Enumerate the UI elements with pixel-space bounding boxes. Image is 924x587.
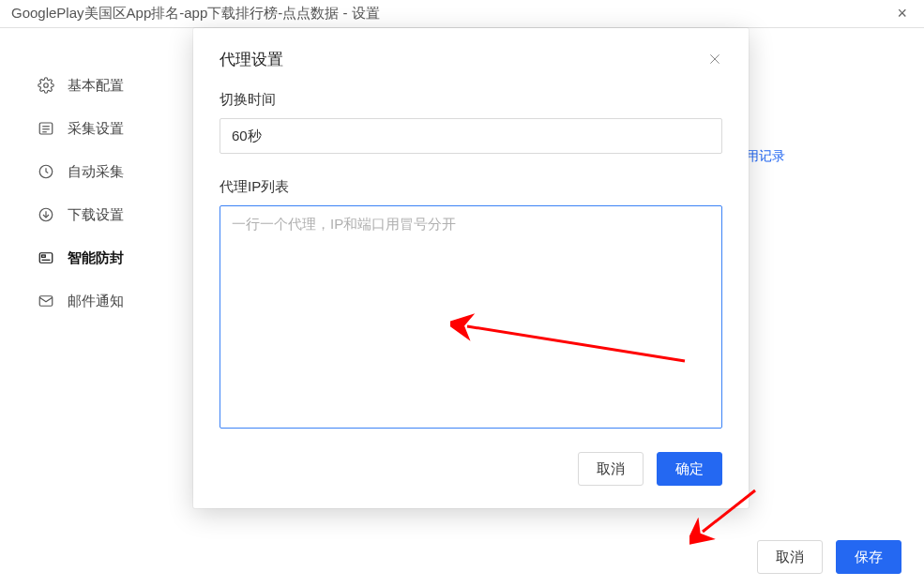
settings-sidebar: 基本配置 采集设置 自动采集 下载设置 智能防封	[0, 28, 183, 587]
page-cancel-button[interactable]: 取消	[757, 540, 823, 574]
gear-icon	[38, 77, 54, 94]
sidebar-item-label: 基本配置	[68, 77, 124, 95]
window-titlebar: GooglePlay美国区App排名-app下载排行榜-点点数据 - 设置 ×	[0, 0, 924, 28]
mail-icon	[38, 293, 54, 309]
sidebar-item-label: 自动采集	[68, 163, 124, 181]
switch-time-label: 切换时间	[220, 91, 722, 109]
page-save-button[interactable]: 保存	[836, 540, 901, 574]
svg-rect-8	[39, 253, 53, 263]
modal-title: 代理设置	[220, 49, 283, 70]
modal-cancel-button[interactable]: 取消	[578, 452, 644, 486]
svg-point-0	[44, 83, 49, 88]
proxy-list-label: 代理IP列表	[220, 178, 722, 196]
switch-time-input[interactable]	[220, 118, 722, 154]
sidebar-item-smart-block[interactable]: 智能防封	[0, 236, 182, 279]
proxy-list-textarea[interactable]	[220, 205, 722, 429]
modal-confirm-button[interactable]: 确定	[657, 452, 722, 486]
sidebar-item-label: 采集设置	[68, 120, 124, 138]
sidebar-item-label: 下载设置	[68, 206, 124, 224]
svg-rect-11	[39, 296, 53, 307]
modal-header: 代理设置	[193, 28, 749, 91]
page-footer-buttons: 取消 保存	[757, 540, 901, 574]
sidebar-item-label: 智能防封	[68, 249, 124, 267]
modal-body: 切换时间 代理IP列表	[193, 91, 749, 431]
switch-time-group: 切换时间	[220, 91, 722, 154]
sidebar-item-download-settings[interactable]: 下载设置	[0, 193, 182, 236]
list-icon	[38, 120, 54, 137]
sidebar-item-basic-config[interactable]: 基本配置	[0, 64, 182, 107]
sidebar-item-label: 邮件通知	[68, 293, 124, 310]
sidebar-item-collect-settings[interactable]: 采集设置	[0, 107, 182, 150]
modal-footer: 取消 确定	[193, 431, 749, 489]
usage-log-link[interactable]: 用记录	[746, 148, 785, 165]
sidebar-item-auto-collect[interactable]: 自动采集	[0, 150, 182, 193]
proxy-settings-modal: 代理设置 切换时间 代理IP列表 取消 确定	[193, 28, 749, 508]
download-icon	[38, 206, 54, 223]
proxy-list-group: 代理IP列表	[220, 178, 722, 431]
sidebar-item-mail-notify[interactable]: 邮件通知	[0, 279, 182, 323]
svg-rect-9	[42, 255, 46, 257]
refresh-icon	[38, 163, 54, 180]
window-title: GooglePlay美国区App排名-app下载排行榜-点点数据 - 设置	[11, 5, 380, 23]
shield-icon	[38, 249, 54, 266]
modal-close-button[interactable]	[707, 51, 722, 69]
window-close-button[interactable]: ×	[891, 4, 913, 23]
